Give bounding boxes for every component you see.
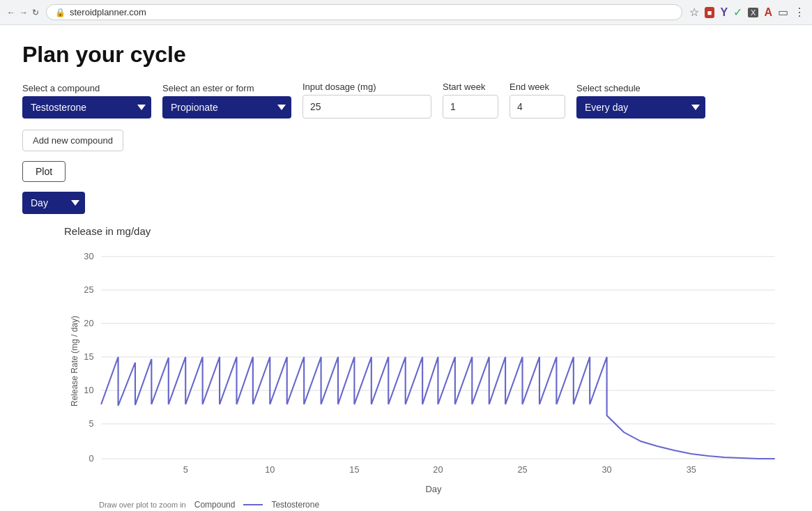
schedule-label: Select schedule — [576, 83, 705, 93]
dosage-input[interactable] — [302, 95, 431, 119]
dosage-group: Input dosage (mg) — [302, 82, 431, 119]
start-week-label: Start week — [443, 82, 498, 92]
legend-area: Draw over plot to zoom in Compound Testo… — [99, 500, 790, 510]
url-bar[interactable]: 🔒 steroidplanner.com — [46, 4, 682, 20]
secure-icon: 🔒 — [55, 8, 66, 17]
start-week-input[interactable] — [443, 95, 498, 119]
plot-button[interactable]: Plot — [22, 161, 66, 182]
svg-text:25: 25 — [84, 285, 93, 295]
compound-label: Select a compound — [22, 83, 151, 93]
extension1-icon[interactable]: ■ — [705, 7, 715, 18]
zoom-hint: Draw over plot to zoom in — [99, 501, 186, 509]
svg-text:30: 30 — [602, 465, 612, 475]
main-content: Plan your cycle Select a compound Testos… — [0, 25, 812, 511]
view-select[interactable]: Day Week — [22, 192, 85, 214]
legend-line — [243, 504, 263, 505]
end-week-group: End week — [510, 82, 565, 119]
ester-select[interactable]: Propionate Enanthate Cypionate Acetate U… — [162, 96, 291, 119]
extension5-icon[interactable]: A — [764, 6, 772, 19]
compound-select[interactable]: Testosterone Nandrolone Boldenone Trenbo… — [22, 96, 151, 119]
chart-svg: 30 25 20 15 10 5 0 5 10 15 20 25 30 35 — [64, 243, 790, 480]
schedule-select[interactable]: Every day Every 2 days Every 3 days Twic… — [576, 96, 705, 119]
chart-area: Release in mg/day Release Rate (mg / day… — [22, 225, 790, 511]
menu-icon[interactable]: ⋮ — [794, 6, 805, 19]
schedule-group: Select schedule Every day Every 2 days E… — [576, 83, 705, 119]
forward-icon[interactable]: → — [20, 8, 28, 17]
back-icon[interactable]: ← — [7, 8, 15, 17]
tab-icon[interactable]: ▭ — [778, 6, 788, 19]
browser-nav-icons: ← → ↻ — [7, 8, 39, 17]
chart-title: Release in mg/day — [64, 225, 790, 237]
view-select-row: Day Week — [22, 192, 790, 214]
svg-text:15: 15 — [84, 352, 93, 362]
svg-text:35: 35 — [687, 465, 696, 475]
ester-label: Select an ester or form — [162, 83, 291, 93]
extension3-icon[interactable]: ✓ — [733, 6, 742, 19]
end-week-input[interactable] — [510, 95, 565, 119]
start-week-group: Start week — [443, 82, 498, 119]
ester-group: Select an ester or form Propionate Enant… — [162, 83, 291, 119]
svg-text:0: 0 — [89, 454, 93, 464]
browser-right-icons: ☆ ■ Y ✓ X A ▭ ⋮ — [689, 6, 805, 19]
svg-text:20: 20 — [84, 319, 93, 328]
end-week-label: End week — [510, 82, 565, 92]
bookmark-icon[interactable]: ☆ — [689, 6, 699, 19]
svg-text:10: 10 — [265, 465, 275, 475]
x-axis-label: Day — [99, 484, 768, 494]
url-text: steroidplanner.com — [70, 7, 146, 17]
dosage-label: Input dosage (mg) — [302, 82, 431, 92]
controls-row: Select a compound Testosterone Nandrolon… — [22, 82, 790, 119]
browser-bar: ← → ↻ 🔒 steroidplanner.com ☆ ■ Y ✓ X A ▭… — [0, 0, 812, 25]
add-compound-button[interactable]: Add new compound — [22, 130, 123, 151]
page-title: Plan your cycle — [22, 42, 790, 68]
extension4-icon[interactable]: X — [748, 8, 758, 17]
extension2-icon[interactable]: Y — [720, 6, 728, 19]
chart-container[interactable]: Release Rate (mg / day) 30 25 20 15 10 — [64, 243, 790, 480]
y-axis-label: Release Rate (mg / day) — [70, 316, 79, 406]
compound-group: Select a compound Testosterone Nandrolon… — [22, 83, 151, 119]
svg-text:10: 10 — [84, 386, 93, 395]
compound-legend-name: Testosterone — [271, 500, 319, 510]
svg-text:20: 20 — [433, 465, 443, 475]
compound-legend-label: Compound — [194, 500, 236, 510]
svg-text:5: 5 — [89, 419, 93, 429]
svg-text:30: 30 — [84, 252, 93, 261]
svg-text:25: 25 — [517, 465, 527, 475]
svg-text:5: 5 — [183, 465, 188, 475]
svg-text:15: 15 — [349, 465, 359, 475]
refresh-icon[interactable]: ↻ — [32, 8, 39, 17]
